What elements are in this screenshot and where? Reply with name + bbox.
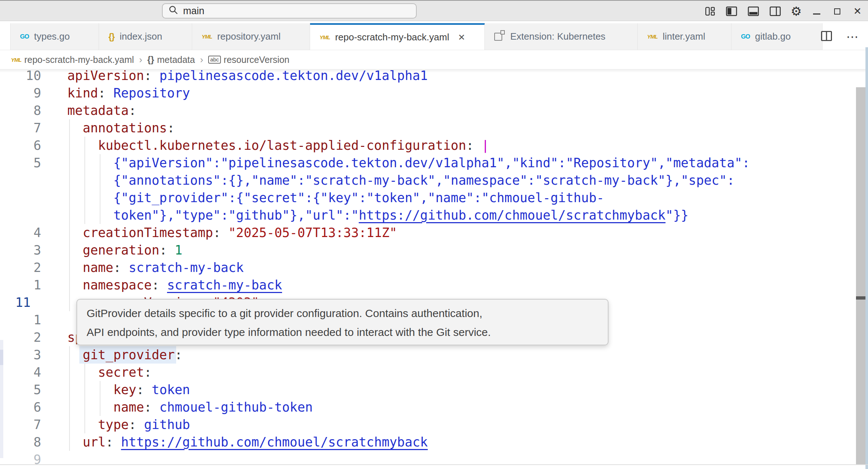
command-center-label: main (183, 5, 205, 17)
close-button[interactable]: ✕ (852, 3, 863, 19)
go-file-icon: GO (741, 33, 750, 40)
code-text: {"git_provider":{"secret":{"key":"token"… (67, 189, 604, 207)
code-text: type: github (67, 416, 190, 433)
line-number: 3 (0, 346, 41, 364)
code-text: kind: Repository (67, 84, 190, 102)
code-line[interactable]: {"annotations":{},"name":"scratch-my-bac… (0, 172, 852, 189)
vertical-scrollbar[interactable] (856, 87, 865, 464)
tab-actions: ⋯ (820, 23, 859, 50)
toggle-secondary-sidebar-icon[interactable] (769, 3, 781, 19)
code-line[interactable]: 6 kubectl.kubernetes.io/last-applied-con… (0, 137, 852, 154)
line-number: 8 (0, 102, 41, 119)
tooltip-line-2: API endpoints, and provider type informa… (87, 323, 608, 342)
code-text: creationTimestamp: "2025-05-07T13:33:11Z… (67, 224, 397, 241)
code-text: kubectl.kubernetes.io/last-applied-confi… (67, 137, 489, 154)
code-line[interactable]: 4 secret: (0, 364, 852, 381)
code-line[interactable]: 7 type: github (0, 416, 852, 433)
code-line[interactable]: 6 name: chmouel-github-token (0, 398, 852, 416)
line-number: 4 (0, 364, 41, 381)
breadcrumb-label: repo-scratch-my-back.yaml (24, 55, 134, 65)
tab-list: GOtypes.go{}index.jsonYMLrepository.yaml… (10, 23, 823, 50)
line-number: 6 (0, 137, 41, 154)
tab-types-go[interactable]: GOtypes.go (10, 23, 99, 50)
code-line[interactable]: 8 url: https://github.com/chmouel/scratc… (0, 433, 852, 451)
tab-label: index.json (120, 31, 162, 42)
tab-label: repository.yaml (217, 31, 281, 42)
left-edge-strip-accent (0, 350, 3, 365)
command-center[interactable]: main (162, 3, 417, 19)
line-number: 7 (0, 416, 41, 433)
code-text: annotations: (67, 119, 175, 137)
line-number: 2 (0, 259, 41, 276)
more-actions-icon[interactable]: ⋯ (846, 31, 859, 43)
code-line[interactable]: token"},"type":"github"},"url":"https://… (0, 207, 852, 224)
breadcrumb-item-file[interactable]: YMLrepo-scratch-my-back.yaml (11, 55, 134, 65)
breadcrumb-separator: › (200, 54, 203, 65)
line-number: 5 (0, 381, 41, 398)
code-line[interactable]: 5 {"apiVersion":"pipelinesascode.tekton.… (0, 154, 852, 172)
tab-label: linter.yaml (663, 31, 705, 42)
settings-gear-icon[interactable]: ⚙ (791, 3, 802, 19)
code-line[interactable]: 5 key: token (0, 381, 852, 398)
code-line[interactable]: {"git_provider":{"secret":{"key":"token"… (0, 189, 852, 207)
tab-repository-yaml[interactable]: YMLrepository.yaml (192, 23, 310, 50)
line-number: 5 (0, 154, 41, 172)
code-text: token"},"type":"github"},"url":"https://… (67, 207, 689, 224)
code-line[interactable]: 3 git_provider: (0, 346, 852, 364)
breadcrumb-item-metadata[interactable]: {}metadata (147, 55, 195, 65)
code-line[interactable]: 4 creationTimestamp: "2025-05-07T13:33:1… (0, 224, 852, 241)
tab-index-json[interactable]: {}index.json (99, 23, 192, 50)
toggle-primary-sidebar-icon[interactable] (725, 3, 738, 19)
tab-close-icon[interactable]: ✕ (458, 32, 465, 43)
code-line[interactable]: 7 annotations: (0, 119, 852, 137)
code-line[interactable]: 1 namespace: scratch-my-back (0, 276, 852, 294)
window-edge-strip (865, 47, 868, 469)
breadcrumb-label: metadata (157, 55, 195, 65)
scrollbar-decoration (856, 296, 865, 300)
code-text: generation: 1 (67, 241, 182, 259)
code-text: metadata: (67, 102, 136, 119)
tab-linter-yaml[interactable]: YMLlinter.yaml (638, 23, 732, 50)
go-file-icon: GO (20, 33, 29, 40)
line-number: 1 (0, 311, 41, 329)
yaml-file-icon: YML (320, 34, 330, 40)
code-text: namespace: scratch-my-back (67, 276, 282, 294)
split-editor-icon[interactable] (820, 30, 833, 44)
code-line[interactable]: 3 generation: 1 (0, 241, 852, 259)
line-number: 10 (0, 67, 41, 84)
line-number: 6 (0, 398, 41, 416)
code-text: apiVersion: pipelinesascode.tekton.dev/v… (67, 67, 428, 84)
breadcrumb-separator: › (139, 54, 142, 65)
line-number: 3 (0, 241, 41, 259)
object-symbol-icon: {} (147, 55, 154, 65)
line-number: 9 (0, 451, 41, 468)
breadcrumb-item-resourceversion[interactable]: abcresourceVersion (208, 55, 289, 65)
hover-tooltip: GitProvider details specific to a git pr… (76, 299, 609, 345)
toggle-panel-icon[interactable] (747, 3, 760, 19)
code-line[interactable]: 2 name: scratch-my-back (0, 259, 852, 276)
tab-label: repo-scratch-my-back.yaml (335, 32, 449, 43)
tab-label: types.go (34, 31, 70, 42)
code-line[interactable]: 10apiVersion: pipelinesascode.tekton.dev… (0, 67, 852, 84)
minimize-button[interactable] (811, 3, 822, 19)
tab-label: Extension: Kubernetes (510, 31, 606, 42)
line-number: 4 (0, 224, 41, 241)
yaml-file-icon: YML (202, 33, 212, 40)
customize-layout-icon[interactable] (704, 3, 716, 19)
code-line[interactable]: 9kind: Repository (0, 84, 852, 102)
tab-repo-scratch-my-back-yaml[interactable]: YMLrepo-scratch-my-back.yaml✕ (310, 23, 485, 50)
string-symbol-icon: abc (208, 56, 221, 64)
maximize-button[interactable] (832, 3, 843, 19)
line-number: 7 (0, 119, 41, 137)
tab-gitlab-go[interactable]: GOgitlab.go (732, 23, 823, 50)
breadcrumb: YMLrepo-scratch-my-back.yaml›{}metadata›… (0, 50, 868, 69)
tab-extension-kubernetes[interactable]: Extension: Kubernetes (485, 23, 638, 50)
line-number: 9 (0, 84, 41, 102)
extension-icon (494, 33, 502, 41)
json-file-icon: {} (108, 32, 115, 42)
code-line[interactable]: 9 (0, 451, 852, 468)
code-text: name: chmouel-github-token (67, 398, 313, 416)
code-line[interactable]: 8metadata: (0, 102, 852, 119)
code-text: key: token (67, 381, 190, 398)
tab-label: gitlab.go (755, 31, 790, 42)
